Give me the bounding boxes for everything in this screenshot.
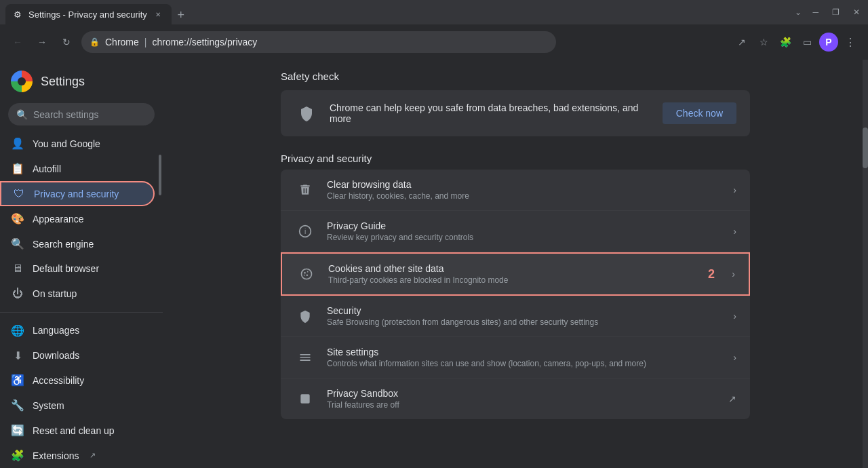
cookies-item[interactable]: Cookies and other site data Third-party … <box>281 252 750 296</box>
sidebar-search[interactable]: 🔍 Search settings <box>8 103 155 125</box>
chrome-logo-inner <box>18 77 26 85</box>
safety-shield-icon <box>294 101 319 125</box>
sidebar: Settings 🔍 Search settings 👤 You and Goo… <box>0 60 163 468</box>
svg-point-4 <box>307 271 309 273</box>
security-subtitle: Safe Browsing (protection from dangerous… <box>327 317 722 327</box>
bookmark-button[interactable]: ☆ <box>754 33 773 52</box>
minimize-button[interactable]: ─ <box>810 5 821 20</box>
site-settings-arrow: › <box>733 352 736 363</box>
chrome-logo <box>11 71 33 92</box>
sidebar-scrollbar[interactable] <box>159 155 161 195</box>
chrome-menu-button[interactable]: ⋮ <box>841 33 860 52</box>
sidebar-item-search-engine[interactable]: 🔍 Search engine <box>0 231 155 256</box>
clear-browsing-data-item[interactable]: Clear browsing data Clear history, cooki… <box>281 170 750 211</box>
cookies-subtitle: Third-party cookies are blocked in Incog… <box>328 275 721 285</box>
active-tab[interactable]: ⚙ Settings - Privacy and security ✕ <box>5 4 172 24</box>
tab-title: Settings - Privacy and security <box>28 9 147 20</box>
tab-close-button[interactable]: ✕ <box>153 9 163 20</box>
appearance-icon: 🎨 <box>11 212 24 225</box>
content-scrollbar-thumb[interactable] <box>863 128 868 168</box>
search-icon: 🔍 <box>16 109 28 120</box>
refresh-button[interactable]: ↻ <box>57 33 76 52</box>
sidebar-label-you-and-google: You and Google <box>33 138 100 149</box>
cookies-arrow: › <box>732 269 735 279</box>
site-settings-icon <box>294 347 316 368</box>
sidebar-header: Settings <box>0 60 163 98</box>
browser-icon: 🖥 <box>11 262 24 275</box>
sidebar-item-default-browser[interactable]: 🖥 Default browser <box>0 256 155 281</box>
privacy-sandbox-icon <box>294 388 316 410</box>
sidebar-toggle-button[interactable]: ▭ <box>797 33 816 52</box>
sidebar-label-on-startup: On startup <box>33 288 77 299</box>
sidebar-label-default-browser: Default browser <box>33 263 99 274</box>
extensions-nav-icon: 🧩 <box>11 449 24 462</box>
address-bar: ← → ↻ 🔒 Chrome | chrome://settings/priva… <box>0 24 868 60</box>
sidebar-item-system[interactable]: 🔧 System <box>0 393 155 418</box>
security-item[interactable]: Security Safe Browsing (protection from … <box>281 296 750 337</box>
svg-rect-7 <box>300 394 309 403</box>
sidebar-item-downloads[interactable]: ⬇ Downloads <box>0 343 155 368</box>
accessibility-icon: ♿ <box>11 374 24 387</box>
maximize-button[interactable]: ❐ <box>829 5 842 20</box>
back-button[interactable]: ← <box>8 33 27 52</box>
sidebar-label-reset-and-clean: Reset and clean up <box>33 425 115 436</box>
sidebar-item-privacy-and-security[interactable]: 🛡 Privacy and security 1 <box>0 181 155 206</box>
autofill-icon: 📋 <box>11 162 24 175</box>
sidebar-item-languages[interactable]: 🌐 Languages <box>0 318 155 343</box>
browser-name: Chrome <box>105 37 139 47</box>
privacy-guide-title: Privacy Guide <box>327 220 722 231</box>
sidebar-item-autofill[interactable]: 📋 Autofill <box>0 156 155 181</box>
extensions-button[interactable]: 🧩 <box>776 33 795 52</box>
safety-check-card: Chrome can help keep you safe from data … <box>281 90 750 136</box>
safety-check-title: Safety check <box>281 71 750 82</box>
share-button[interactable]: ↗ <box>732 33 751 52</box>
new-tab-button[interactable]: + <box>172 5 191 24</box>
sidebar-label-languages: Languages <box>33 325 79 336</box>
svg-point-6 <box>304 275 305 276</box>
close-window-button[interactable]: ✕ <box>850 5 863 20</box>
main-layout: Settings 🔍 Search settings 👤 You and Goo… <box>0 60 868 468</box>
search-placeholder: Search settings <box>33 109 99 120</box>
privacy-sandbox-title: Privacy Sandbox <box>327 388 717 399</box>
system-icon: 🔧 <box>11 399 24 412</box>
site-settings-item[interactable]: Site settings Controls what information … <box>281 337 750 378</box>
sidebar-item-on-startup[interactable]: ⏻ On startup <box>0 281 155 307</box>
profile-button[interactable]: P <box>819 33 838 52</box>
chevron-down-icon[interactable]: ⌄ <box>792 5 804 20</box>
privacy-section-title: Privacy and security <box>281 153 750 164</box>
sidebar-item-accessibility[interactable]: ♿ Accessibility <box>0 368 155 393</box>
url-separator: | <box>144 37 147 47</box>
sidebar-item-reset-and-clean[interactable]: 🔄 Reset and clean up <box>0 418 155 443</box>
check-now-button[interactable]: Check now <box>663 102 736 124</box>
settings-title: Settings <box>41 75 85 89</box>
forward-button[interactable]: → <box>33 33 52 52</box>
search-engine-icon: 🔍 <box>11 237 24 250</box>
site-settings-text: Site settings Controls what information … <box>327 347 722 368</box>
sidebar-item-you-and-google[interactable]: 👤 You and Google <box>0 131 155 156</box>
privacy-guide-icon: i <box>294 220 316 242</box>
tab-favicon: ⚙ <box>14 9 23 19</box>
privacy-guide-item[interactable]: i Privacy Guide Review key privacy and s… <box>281 211 750 252</box>
clear-browsing-data-arrow: › <box>733 184 736 195</box>
sidebar-label-appearance: Appearance <box>33 214 84 225</box>
clear-browsing-data-subtitle: Clear history, cookies, cache, and more <box>327 191 722 201</box>
security-icon <box>294 305 316 327</box>
sidebar-label-privacy-and-security: Privacy and security <box>34 189 119 199</box>
sidebar-item-appearance[interactable]: 🎨 Appearance <box>0 206 155 231</box>
safety-check-description: Chrome can help keep you safe from data … <box>330 102 652 124</box>
site-settings-title: Site settings <box>327 347 722 357</box>
security-text: Security Safe Browsing (protection from … <box>327 305 722 327</box>
cookies-title: Cookies and other site data <box>328 263 721 274</box>
privacy-sandbox-item[interactable]: Privacy Sandbox Trial features are off ↗ <box>281 378 750 419</box>
content-area: Safety check Chrome can help keep you sa… <box>163 60 868 468</box>
sidebar-label-system: System <box>33 400 64 411</box>
sidebar-item-extensions[interactable]: 🧩 Extensions ↗ <box>0 443 155 468</box>
content-scrollbar-track[interactable] <box>863 60 868 468</box>
site-settings-subtitle: Controls what information sites can use … <box>327 359 722 368</box>
url-bar[interactable]: 🔒 Chrome | chrome://settings/privacy <box>81 31 556 53</box>
clear-browsing-data-text: Clear browsing data Clear history, cooki… <box>327 179 722 201</box>
privacy-sandbox-subtitle: Trial features are off <box>327 400 717 410</box>
security-title: Security <box>327 305 722 316</box>
window-controls: ─ ❐ ✕ <box>810 5 863 20</box>
clear-browsing-data-title: Clear browsing data <box>327 179 722 190</box>
